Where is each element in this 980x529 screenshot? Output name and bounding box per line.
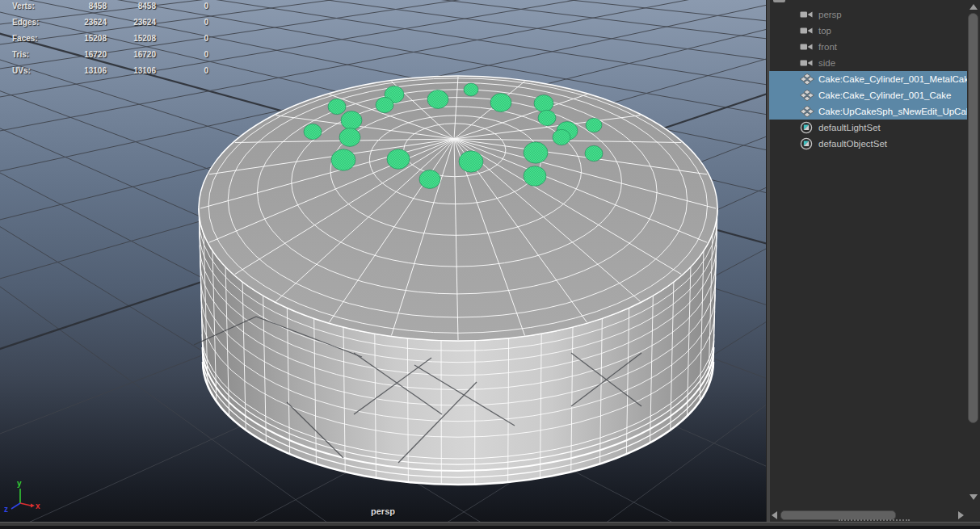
mesh-icon	[800, 90, 814, 101]
hud-stat-label: Faces:	[12, 34, 53, 43]
y-axis-label: y	[17, 479, 22, 488]
hud-stat-label: UVs:	[12, 66, 53, 75]
outliner-item-label: persp	[818, 10, 842, 19]
scroll-up-arrow-icon[interactable]	[969, 4, 978, 10]
outliner-item-label: Cake:Cake_Cylinder_001_MetalCake1	[818, 74, 967, 84]
scroll-right-arrow-icon[interactable]	[958, 511, 964, 519]
outliner-item-cake-cake-cylinder-001-metalcake1[interactable]: Cake:Cake_Cylinder_001_MetalCake1	[769, 71, 967, 87]
outliner-panel: persp top front side Cake:Cake_Cylinder_…	[766, 0, 980, 522]
maya-window: Verts: 8458 8458 0 Edges: 23624 23624 0 …	[0, 0, 980, 529]
viewport-3d[interactable]: Verts: 8458 8458 0 Edges: 23624 23624 0 …	[0, 0, 766, 522]
outliner-vertical-scrollbar[interactable]	[967, 0, 978, 507]
hud-stat-total: 8458	[53, 2, 107, 10]
outliner-item-persp[interactable]: persp	[769, 6, 967, 23]
outliner-item-cake-upcakesph-snewedit-upcakes[interactable]: Cake:UpCakeSph_sNewEdit_UpCakeS	[769, 103, 967, 120]
camera-name-label: persp	[0, 506, 766, 516]
hud-stat-total: 23624	[53, 18, 107, 27]
hud-stat-visible: 13106	[107, 66, 156, 75]
panel-resize-grip[interactable]	[839, 519, 910, 521]
outliner-item-defaultobjectset[interactable]: defaultObjectSet	[769, 136, 967, 152]
x-axis-line	[20, 503, 31, 506]
hud-stat-row: Tris: 16720 16720 0	[12, 50, 208, 66]
vertical-scroll-thumb[interactable]	[968, 13, 978, 423]
hud-stat-label: Verts:	[12, 2, 53, 10]
hud-stat-row: UVs: 13106 13106 0	[12, 66, 208, 82]
camera-icon	[800, 58, 813, 68]
outliner-item-side[interactable]: side	[769, 55, 967, 71]
hud-stat-total: 16720	[53, 50, 107, 59]
object-set-icon	[800, 137, 813, 150]
hud-stat-visible: 16720	[107, 50, 156, 59]
hud-stat-total: 15208	[53, 34, 107, 43]
outliner-horizontal-scrollbar[interactable]	[769, 507, 967, 522]
outliner-list: persp top front side Cake:Cake_Cylinder_…	[769, 0, 967, 507]
mesh-icon	[800, 73, 814, 85]
hud-stat-selected: 0	[156, 18, 208, 27]
outliner-item-label: defaultObjectSet	[818, 139, 887, 149]
hud-stat-selected: 0	[156, 2, 208, 10]
object-set-icon	[800, 121, 813, 134]
outliner-item-label: defaultLightSet	[818, 123, 881, 132]
camera-icon	[800, 26, 813, 36]
outliner-item-front[interactable]: front	[769, 39, 967, 55]
hud-stat-visible: 23624	[107, 18, 156, 27]
hud-stat-visible: 15208	[107, 34, 156, 43]
hud-stat-row: Edges: 23624 23624 0	[12, 18, 208, 34]
outliner-item-label: front	[818, 42, 837, 52]
outliner-item-label: Cake:Cake_Cylinder_001_Cake	[818, 90, 951, 100]
outliner-item-label: Cake:UpCakeSph_sNewEdit_UpCakeS	[818, 107, 967, 116]
scroll-down-arrow-icon[interactable]	[969, 494, 978, 500]
outliner-item-label: top	[818, 26, 831, 36]
hud-stat-row: Verts: 8458 8458 0	[12, 2, 208, 18]
camera-icon	[800, 10, 813, 19]
outliner-item-cake-cake-cylinder-001-cake[interactable]: Cake:Cake_Cylinder_001_Cake	[769, 87, 967, 103]
outliner-item-label: side	[818, 58, 835, 68]
outliner-item-defaultlightset[interactable]: defaultLightSet	[769, 120, 967, 136]
outliner-item-top[interactable]: top	[769, 23, 967, 39]
hud-stat-selected: 0	[156, 66, 208, 75]
hud-stat-row: Faces: 15208 15208 0	[12, 34, 208, 50]
poly-count-hud: Verts: 8458 8458 0 Edges: 23624 23624 0 …	[12, 2, 208, 82]
hud-stat-label: Tris:	[12, 50, 53, 59]
hud-stat-label: Edges:	[12, 18, 53, 27]
mesh-icon	[800, 106, 814, 117]
hud-stat-total: 13106	[53, 66, 107, 75]
window-bottom-bar	[0, 522, 980, 529]
scroll-left-arrow-icon[interactable]	[772, 511, 777, 519]
hud-stat-visible: 8458	[107, 2, 156, 10]
camera-icon	[800, 42, 813, 52]
hud-stat-selected: 0	[156, 34, 208, 43]
hud-stat-selected: 0	[156, 50, 208, 59]
